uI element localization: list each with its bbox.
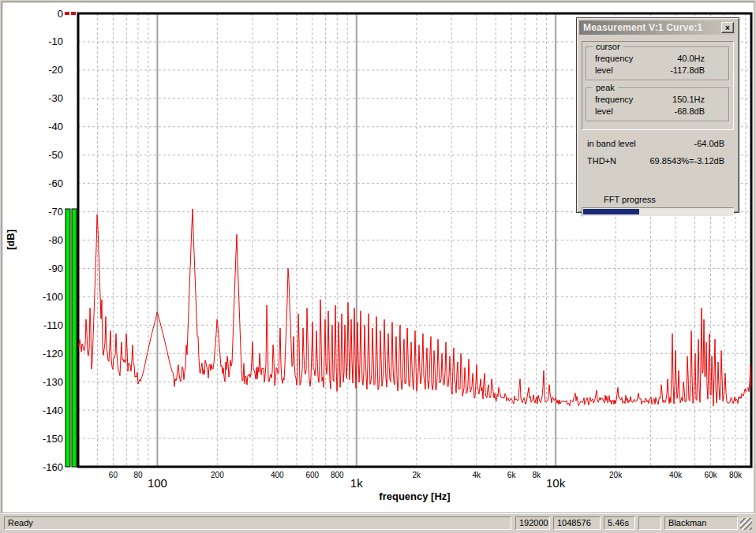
peak-level-row: level -68.8dB [595,106,705,117]
peak-group: peak frequency 150.1Hz level -68.8dB [586,88,730,122]
thd-n-label: THD+N [587,155,616,166]
fft-progress-bar [582,207,734,217]
level-meter-bar [72,209,77,467]
fft-progress-label: FFT progress [577,195,739,205]
y-axis-tick-label: -40 [48,121,63,132]
y-axis-tick-label: -10 [48,35,63,47]
cursor-group-caption: cursor [593,42,623,52]
x-axis-tick-label: 800 [331,471,344,479]
cursor-frequency-label: frequency [595,53,633,65]
status-spare [638,516,661,530]
thd-n-value: 69.8543%=-3.12dB [650,155,725,166]
peak-level-value: -68.8dB [674,106,705,117]
cursor-peak-readouts: cursor frequency 40.0Hz level -117.8dB p… [582,41,734,130]
y-axis-tick-label: 0 [58,8,63,20]
x-axis-tick-label: 1k [350,476,363,490]
cursor-frequency-row: frequency 40.0Hz [595,53,705,65]
y-axis-tick-label: -110 [43,319,63,331]
measurement-panel-titlebar[interactable]: Measurement V:1 Curve:1 × [579,20,736,35]
y-axis-tick-label: -120 [43,348,63,360]
cursor-level-row: level -117.8dB [595,65,705,76]
x-axis-tick-label: 60k [704,471,717,479]
status-message: Ready [4,516,511,530]
close-icon: × [725,24,730,32]
x-axis-tick-label: 100 [148,476,167,490]
peak-frequency-value: 150.1Hz [672,94,705,106]
y-axis-tick-label: -80 [48,234,63,246]
x-axis-tick-label: 20k [609,471,623,479]
x-axis-tick-label: 600 [305,471,319,479]
cursor-frequency-value: 40.0Hz [677,53,705,65]
status-bar: Ready 192000 1048576 5.46s Blackman [2,512,754,531]
y-axis-tick-label: -150 [43,433,63,445]
x-axis-tick-label: 80k [729,471,743,479]
status-fft-size: 1048576 [553,516,601,530]
x-axis-tick-label: 2k [412,471,421,479]
resize-grip[interactable] [740,518,752,530]
x-axis-tick-label: 400 [271,471,284,479]
close-button[interactable]: × [721,22,734,33]
cursor-level-label: level [595,65,613,76]
measurement-panel: Measurement V:1 Curve:1 × cursor frequen… [576,17,739,213]
x-axis-tick-label: 8k [532,471,541,479]
thd-n-row: THD+N 69.8543%=-3.12dB [577,155,739,166]
peak-group-caption: peak [593,83,618,93]
app-window: 0-10-20-30-40-50-60-70-80-90-100-110-120… [0,0,756,533]
cursor-level-value: -117.8dB [670,65,705,76]
y-axis-tick-label: -30 [48,92,63,104]
peak-level-label: level [595,106,613,117]
status-sample-rate: 192000 [515,516,550,530]
x-axis-tick-label: 80 [133,471,143,479]
status-duration: 5.46s [604,516,635,530]
y-axis-tick-label: -130 [43,376,63,388]
cursor-group: cursor frequency 40.0Hz level -117.8dB [586,47,730,81]
x-axis-tick-label: 4k [472,471,481,479]
fft-progress-fill [583,209,639,214]
y-axis-tick-label: -70 [48,206,63,218]
x-axis-tick-label: 40k [669,471,683,479]
y-axis-tick-label: -60 [48,177,63,189]
level-meter-bar [65,209,70,467]
x-axis-title: frequency [Hz] [379,490,450,502]
x-axis-tick-label: 6k [507,471,517,479]
status-window-function: Blackman [664,516,738,530]
y-axis-tick-label: -160 [43,461,63,473]
x-axis-tick-label: 10k [546,476,566,490]
peak-frequency-label: frequency [595,94,633,106]
y-axis-tick-label: -140 [43,404,63,416]
x-axis-tick-label: 200 [211,471,224,479]
clip-indicator [71,12,76,15]
in-band-level-value: -64.0dB [694,138,724,149]
y-axis-title: [dB] [5,229,17,250]
in-band-level-label: in band level [587,138,636,149]
peak-frequency-row: frequency 150.1Hz [595,94,705,106]
y-axis-tick-label: -50 [48,149,63,161]
y-axis-tick-label: -100 [43,291,63,303]
y-axis-tick-label: -20 [48,64,63,76]
measurement-panel-title: Measurement V:1 Curve:1 [583,22,721,33]
x-axis-tick-label: 60 [109,471,118,479]
in-band-level-row: in band level -64.0dB [577,138,739,149]
clip-indicator [65,12,69,15]
y-axis-tick-label: -90 [48,263,63,274]
